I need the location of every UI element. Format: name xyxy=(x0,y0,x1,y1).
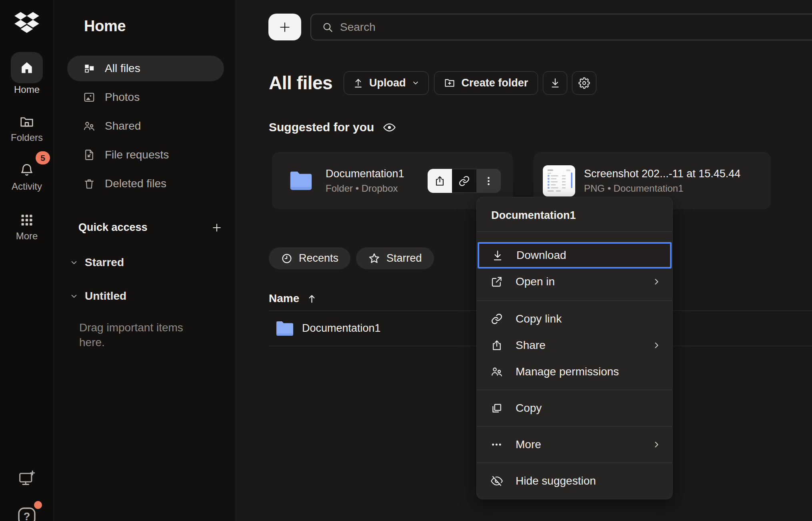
search-input[interactable] xyxy=(340,21,812,34)
menu-group: Copy xyxy=(477,390,672,426)
rail-item-more[interactable]: More xyxy=(11,210,43,242)
sidebar-title: Home xyxy=(84,18,224,35)
download-icon xyxy=(550,77,561,88)
sidebar-item-label: File requests xyxy=(105,148,169,161)
external-link-icon xyxy=(491,276,503,288)
sidebar-item-all-files[interactable]: All files xyxy=(67,56,224,81)
activity-badge: 5 xyxy=(36,151,50,164)
search-bar[interactable] xyxy=(310,14,812,40)
rail-label: More xyxy=(16,230,38,242)
suggested-section-header: Suggested for you xyxy=(269,120,396,134)
star-icon xyxy=(368,252,380,265)
suggested-title: Suggested for you xyxy=(269,120,374,134)
apps-grid-icon xyxy=(20,213,34,227)
sort-arrow-up-icon xyxy=(306,293,317,304)
sidebar-item-label: All files xyxy=(105,62,140,75)
menu-item-copy[interactable]: Copy xyxy=(477,395,672,421)
upload-icon xyxy=(353,78,364,88)
sidebar-item-label: Shared xyxy=(105,120,141,132)
file-name: Documentation1 xyxy=(302,322,381,335)
menu-item-copy-link[interactable]: Copy link xyxy=(477,306,672,332)
quick-access-group-label: Starred xyxy=(85,256,124,269)
sidebar-item-label: Photos xyxy=(105,91,140,104)
clock-icon xyxy=(281,252,293,265)
menu-item-label: Share xyxy=(516,339,639,352)
menu-item-open-in[interactable]: Open in xyxy=(477,269,672,295)
help-icon[interactable]: ? xyxy=(16,506,37,521)
menu-item-share[interactable]: Share xyxy=(477,332,672,359)
folders-icon xyxy=(19,114,34,129)
sidebar-nav: All files Photos xyxy=(67,56,224,196)
sidebar-item-file-requests[interactable]: File requests xyxy=(67,142,224,168)
name-header-label: Name xyxy=(269,292,299,305)
sidebar: Home All files xyxy=(54,0,236,521)
users-icon xyxy=(491,366,503,378)
menu-item-manage-permissions[interactable]: Manage permissions xyxy=(477,359,672,385)
card-title: Screenshot 202...-11 at 15.45.44 xyxy=(584,168,740,180)
heading-row: All files Upload xyxy=(269,71,596,95)
context-menu-header: Documentation1 xyxy=(477,197,672,231)
filter-starred[interactable]: Starred xyxy=(356,247,434,269)
download-icon xyxy=(492,249,504,261)
eye-icon[interactable] xyxy=(383,121,396,134)
menu-item-hide-suggestion[interactable]: Hide suggestion xyxy=(477,468,672,494)
chevron-right-icon xyxy=(652,440,661,449)
filter-pills: Recents Starred xyxy=(269,247,434,269)
card-action-group xyxy=(428,169,501,193)
menu-item-download[interactable]: Download xyxy=(478,242,672,269)
quick-access-group-starred[interactable]: Starred xyxy=(70,256,224,269)
download-toolbar-button[interactable] xyxy=(543,71,567,95)
menu-item-label: Manage permissions xyxy=(516,365,661,378)
rail-item-folders[interactable]: Folders xyxy=(11,112,43,143)
quick-access-title: Quick access xyxy=(78,221,148,234)
sidebar-item-photos[interactable]: Photos xyxy=(67,84,224,110)
copy-link-button[interactable] xyxy=(452,169,476,193)
quick-access-group-untitled[interactable]: Untitled xyxy=(70,290,224,303)
quick-access-group-label: Untitled xyxy=(85,290,126,303)
card-meta: Folder • Dropbox xyxy=(326,183,404,194)
menu-item-label: Copy link xyxy=(516,313,661,325)
gear-icon xyxy=(578,77,590,89)
share-button[interactable] xyxy=(428,169,452,193)
folder-plus-icon xyxy=(444,77,455,88)
settings-button[interactable] xyxy=(572,71,596,95)
rail-item-activity[interactable]: 5 Activity xyxy=(11,159,43,192)
menu-item-label: Hide suggestion xyxy=(516,475,661,487)
page-title: All files xyxy=(269,72,332,94)
filter-label: Starred xyxy=(386,252,422,265)
eye-off-icon xyxy=(491,475,503,487)
home-icon xyxy=(20,60,34,75)
context-menu: Documentation1 Download xyxy=(476,197,673,499)
create-folder-label: Create folder xyxy=(462,77,528,89)
rail-label: Home xyxy=(14,84,40,95)
chevron-down-icon xyxy=(70,292,78,301)
rail-item-home[interactable]: Home xyxy=(11,52,43,95)
menu-item-label: Copy xyxy=(516,402,661,415)
card-meta: PNG • Documentation1 xyxy=(584,183,740,194)
create-new-button[interactable] xyxy=(268,14,301,40)
svg-text:?: ? xyxy=(24,510,30,521)
menu-item-more[interactable]: More xyxy=(477,431,672,458)
dropbox-logo[interactable] xyxy=(14,12,39,34)
share-icon xyxy=(491,339,503,351)
menu-item-label: Download xyxy=(516,249,659,262)
create-folder-button[interactable]: Create folder xyxy=(434,71,538,95)
copy-icon xyxy=(491,402,503,414)
all-files-icon xyxy=(83,62,95,74)
menu-item-label: More xyxy=(516,438,639,451)
filter-label: Recents xyxy=(299,252,338,265)
filter-recents[interactable]: Recents xyxy=(269,247,350,269)
chevron-down-icon xyxy=(70,258,78,267)
upload-button[interactable]: Upload xyxy=(344,71,429,95)
menu-group: Hide suggestion xyxy=(477,463,672,499)
folder-icon xyxy=(275,321,294,337)
sidebar-item-shared[interactable]: Shared xyxy=(67,113,224,139)
file-request-icon xyxy=(83,149,95,161)
folder-icon xyxy=(289,170,313,191)
dots-vertical-icon[interactable] xyxy=(476,169,501,193)
name-column-header[interactable]: Name xyxy=(269,292,317,305)
install-app-icon[interactable] xyxy=(18,470,36,487)
sidebar-item-deleted-files[interactable]: Deleted files xyxy=(67,171,224,196)
quick-access-add-button[interactable] xyxy=(211,222,222,233)
chevron-right-icon xyxy=(652,341,661,350)
